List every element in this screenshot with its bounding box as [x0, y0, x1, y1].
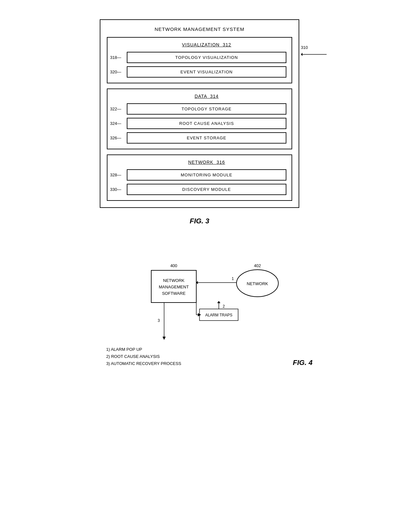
topology-storage-row: 322― TOPOLOGY STORAGE — [127, 103, 286, 115]
desc-3: 3) AUTOMATIC RECOVERY PROCESS — [106, 361, 181, 366]
arrow3-head — [162, 337, 166, 340]
event-storage-box: EVENT STORAGE — [127, 132, 286, 144]
arrow3-label: 3 — [158, 318, 160, 323]
svg-marker-1 — [301, 53, 302, 56]
root-cause-analysis-box: ROOT CAUSE ANALYSIS — [127, 118, 286, 129]
network-section: NETWORK 316 328― MONITORING MODULE 330― … — [107, 154, 292, 201]
discovery-module-box: DISCOVERY MODULE — [127, 184, 286, 195]
nms-line2: MANAGEMENT — [159, 285, 189, 289]
fig4-label: FIG. 4 — [293, 359, 312, 367]
nms-outer-box: NETWORK MANAGEMENT SYSTEM VISUALIZATION … — [100, 19, 299, 208]
alarm-traps-label: ALARM TRAPS — [205, 313, 232, 317]
nms-title: NETWORK MANAGEMENT SYSTEM — [107, 26, 292, 32]
topology-visualization-box: TOPOLOGY VISUALIZATION — [127, 52, 286, 63]
ref-324: 324― — [110, 121, 121, 126]
visualization-title: VISUALIZATION 312 — [127, 42, 286, 47]
discovery-module-row: 330― DISCOVERY MODULE — [127, 184, 286, 195]
ref-328: 328― — [110, 173, 121, 177]
event-visualization-box: EVENT VISUALIZATION — [127, 66, 286, 78]
monitoring-module-row: 328― MONITORING MODULE — [127, 169, 286, 181]
data-section: DATA 314 322― TOPOLOGY STORAGE 324― ROOT… — [107, 89, 292, 149]
ref-402-label: 402 — [254, 263, 261, 268]
desc-2: 2) ROOT CAUSE ANALYSIS — [106, 354, 160, 359]
topology-storage-box: TOPOLOGY STORAGE — [127, 103, 286, 115]
monitoring-module-box: MONITORING MODULE — [127, 169, 286, 181]
nms-line3: SOFTWARE — [162, 291, 186, 296]
visualization-section: VISUALIZATION 312 318― TOPOLOGY VISUALIZ… — [107, 37, 292, 83]
data-title: DATA 314 — [127, 94, 286, 99]
fig4-svg: 400 NETWORK MANAGEMENT SOFTWARE 402 NETW… — [74, 245, 325, 380]
ref-318: 318― — [110, 55, 121, 60]
event-storage-row: 326― EVENT STORAGE — [127, 132, 286, 144]
ref-320: 320― — [110, 70, 121, 74]
ref-400-label: 400 — [170, 263, 177, 268]
ref-330: 330― — [110, 187, 121, 192]
arrow-310-label: 310 — [301, 45, 330, 58]
network-title: NETWORK 316 — [127, 160, 286, 165]
ref-322: 322― — [110, 107, 121, 111]
arrow2-label: 2 — [223, 304, 225, 309]
fig3-container: NETWORK MANAGEMENT SYSTEM VISUALIZATION … — [100, 19, 299, 241]
network-ellipse-label: NETWORK — [247, 281, 268, 286]
root-cause-row: 324― ROOT CAUSE ANALYSIS — [127, 118, 286, 129]
fig3-label: FIG. 3 — [100, 217, 299, 225]
arrow-310-svg — [301, 51, 330, 58]
nms-line1: NETWORK — [163, 278, 185, 283]
desc-1: 1) ALARM POP UP — [106, 347, 142, 352]
topology-vis-row: 318― TOPOLOGY VISUALIZATION — [127, 52, 286, 63]
fig4-container: 400 NETWORK MANAGEMENT SOFTWARE 402 NETW… — [74, 245, 325, 381]
arrow1-label: 1 — [232, 276, 234, 281]
ref-326: 326― — [110, 135, 121, 140]
event-vis-row: 320― EVENT VISUALIZATION — [127, 66, 286, 78]
arrow2b-head — [217, 301, 220, 303]
